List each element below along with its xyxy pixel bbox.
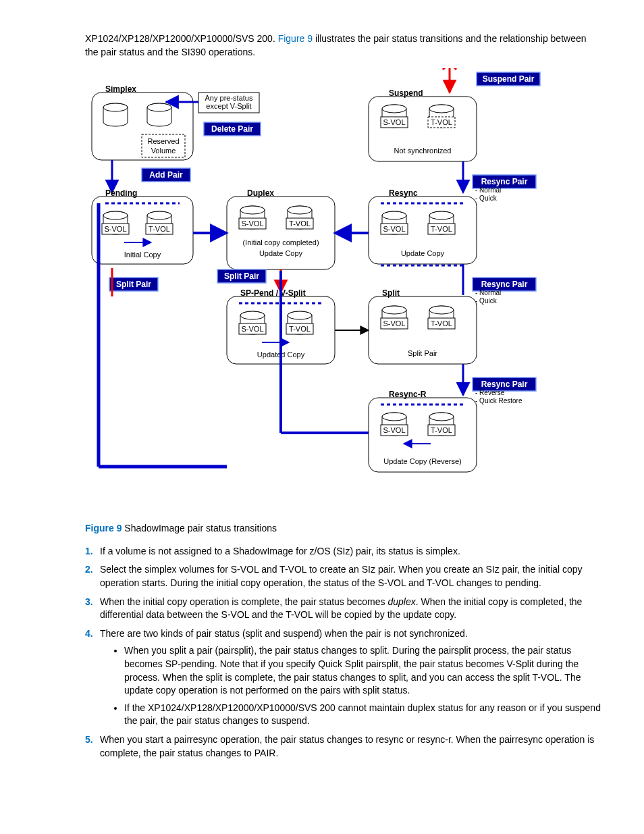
list-item: There are two kinds of pair status (spli… xyxy=(100,627,601,728)
notsync-label: Not synchronized xyxy=(394,147,452,155)
reserved-label: Reserved xyxy=(147,137,179,145)
tvol-label-3: T-VOL xyxy=(289,219,311,228)
resync-pair-button-2: Resync Pair xyxy=(481,280,528,289)
list-item: When you start a pairresync operation, t… xyxy=(100,733,601,760)
svol-label-3: S-VOL xyxy=(241,219,263,228)
intro-prefix: XP1024/XP128/XP12000/XP10000/SVS 200. xyxy=(85,33,278,44)
updatecopy-label-1: Update Copy xyxy=(259,249,303,257)
split-pair-button-1: Split Pair xyxy=(116,280,151,289)
tvol-label-7: T-VOL xyxy=(431,426,452,434)
diagram: Suspend Pair Simplex Reserved Volume Any… xyxy=(85,68,601,514)
bullet-item: When you split a pair (pairsplit), the p… xyxy=(124,644,601,697)
delete-pair-button: Delete Pair xyxy=(211,124,253,134)
quick-label-2: - Quick xyxy=(475,297,498,305)
numbered-list: If a volume is not assigned to a ShadowI… xyxy=(85,545,601,760)
list-text: There are two kinds of pair status (spli… xyxy=(100,628,468,639)
svol-label-4: S-VOL xyxy=(383,225,405,233)
svol-label-7: S-VOL xyxy=(383,426,405,434)
tvol-label-6: T-VOL xyxy=(431,319,452,328)
normal-label-1: - Normal xyxy=(475,186,501,194)
svol-label-2: S-VOL xyxy=(104,225,126,233)
figure-caption: Figure 9 ShadowImage pair status transit… xyxy=(85,522,601,536)
tvol-label-4: T-VOL xyxy=(431,225,452,233)
anypre-label-1: Any pre-status xyxy=(205,94,253,102)
svol-label-1: S-VOL xyxy=(383,118,405,126)
tvol-label-5: T-VOL xyxy=(289,325,311,333)
volume-label: Volume xyxy=(151,147,176,155)
svol-label-5: S-VOL xyxy=(241,325,263,333)
tvol-label-1: T-VOL xyxy=(431,118,452,126)
list-item: When the initial copy operation is compl… xyxy=(100,596,601,622)
resync-pair-button-3: Resync Pair xyxy=(481,380,528,389)
list-text: When the initial copy operation is compl… xyxy=(100,596,387,607)
figure-reference: Figure 9 xyxy=(278,33,313,44)
tvol-label-2: T-VOL xyxy=(149,225,170,233)
list-item: If a volume is not assigned to a ShadowI… xyxy=(100,545,601,558)
list-item: Select the simplex volumes for S-VOL and… xyxy=(100,563,601,590)
quick-label-1: - Quick xyxy=(475,194,498,202)
add-pair-button: Add Pair xyxy=(149,170,183,180)
updatecopyrev-label: Update Copy (Reverse) xyxy=(383,457,462,465)
initialcopy-label: Initial Copy xyxy=(124,251,161,259)
svol-label-6: S-VOL xyxy=(383,319,405,328)
figure-text: ShadowImage pair status transitions xyxy=(122,523,277,533)
bullet-item: If the XP1024/XP128/XP12000/XP10000/SVS … xyxy=(124,702,601,728)
quickrestore-label: - Quick Restore xyxy=(475,397,522,405)
figure-label: Figure 9 xyxy=(85,523,122,533)
updatecopy-label-2: Update Copy xyxy=(401,249,445,257)
list-italic: duplex xyxy=(387,596,415,607)
intro-paragraph: XP1024/XP128/XP12000/XP10000/SVS 200. Fi… xyxy=(85,32,601,59)
split-pair-button-2: Split Pair xyxy=(224,271,259,281)
normal-label-2: - Normal xyxy=(475,289,501,296)
resync-pair-button-1: Resync Pair xyxy=(481,177,528,186)
initialcomplete-label: (Initial copy completed) xyxy=(242,238,319,246)
anypre-label-2: except V-Split xyxy=(206,102,251,110)
suspend-pair-button: Suspend Pair xyxy=(483,74,535,84)
splitpair-label: Split Pair xyxy=(408,349,437,357)
reverse-label: - Reverse xyxy=(475,389,505,396)
